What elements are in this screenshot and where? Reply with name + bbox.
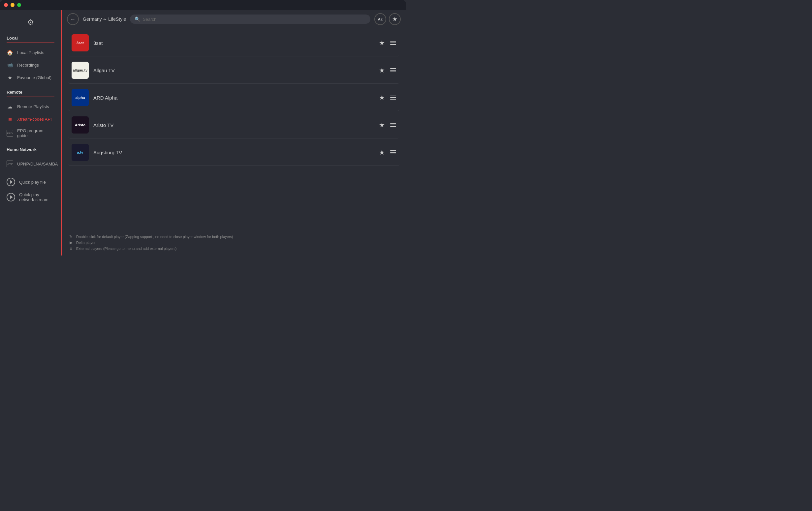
favourites-button[interactable]: ★: [389, 13, 401, 25]
channel-actions-allgau-tv: ★: [379, 66, 396, 74]
search-icon: 🔍: [135, 17, 140, 22]
play-stream-icon: [7, 193, 15, 202]
channel-menu-aristo-tv[interactable]: [390, 123, 396, 127]
sidebar-item-favourites[interactable]: ★ Favourite (Global): [0, 71, 61, 84]
hint-text-2: External players (Please go to menu and …: [76, 247, 177, 250]
hint-text-1: Delta player: [76, 241, 96, 245]
sidebar-label-epg: EPG program guide: [17, 128, 54, 138]
section-local-label: Local: [0, 33, 61, 42]
channel-logo-aristo-tv: Aristò: [71, 116, 89, 133]
channel-actions-augsburg-tv: ★: [379, 148, 396, 156]
channel-item-aristo-tv[interactable]: Aristò Aristo TV ★: [68, 112, 399, 139]
titlebar: [0, 0, 406, 10]
section-homenet-label: Home Network: [0, 144, 61, 153]
back-arrow-icon: ←: [70, 16, 76, 22]
settings-icon[interactable]: ⚙: [27, 18, 34, 27]
channel-item-augsburg-tv[interactable]: a.tv Augsburg TV ★: [68, 139, 399, 166]
sidebar-item-remote-playlists[interactable]: ☁ Remote Playlists: [0, 100, 61, 113]
channel-star-augsburg-tv[interactable]: ★: [379, 148, 385, 156]
channel-star-ard-alpha[interactable]: ★: [379, 94, 385, 101]
hint-icon-0: 🖱: [68, 234, 74, 239]
sidebar-label-xtream: Xtream-codes API: [17, 117, 52, 122]
sidebar-label-quick-play-stream: Quick play network stream: [19, 192, 54, 202]
topbar: ← Germany ➛ LifeStyle 🔍 AZ ★: [62, 10, 406, 28]
hint-row-1: ▶ Delta player: [68, 240, 399, 245]
channel-item-ard-alpha[interactable]: alpha ARD Alpha ★: [68, 84, 399, 111]
xtream-icon: ▦: [7, 116, 13, 122]
footer-hints: 🖱 Double click for default player (Zappi…: [62, 231, 406, 256]
search-bar[interactable]: 🔍: [130, 14, 370, 24]
channel-logo-3sat: 3sat: [71, 34, 89, 52]
channel-name-ard-alpha: ARD Alpha: [93, 95, 379, 100]
sidebar-item-quick-play-file[interactable]: Quick play file: [0, 175, 61, 189]
channel-menu-3sat[interactable]: [390, 41, 396, 45]
sidebar-label-upnp: UPNP/DLNA/SAMBA: [17, 161, 58, 167]
hint-row-2: ≡ External players (Please go to menu an…: [68, 246, 399, 251]
breadcrumb: Germany ➛ LifeStyle: [83, 17, 126, 22]
sidebar: ⚙ Local 🏠 Local Playlists 📹 Recordings ★…: [0, 10, 61, 256]
section-homenet-divider: [7, 154, 54, 154]
cloud-icon: ☁: [7, 103, 13, 110]
search-input[interactable]: [143, 17, 366, 22]
hint-row-0: 🖱 Double click for default player (Zappi…: [68, 234, 399, 239]
hint-text-0: Double click for default player (Zapping…: [76, 235, 233, 239]
upnp-icon: UPNP: [7, 160, 13, 167]
back-button[interactable]: ←: [67, 13, 79, 25]
channel-actions-aristo-tv: ★: [379, 121, 396, 129]
recordings-icon: 📹: [7, 62, 13, 68]
channel-star-3sat[interactable]: ★: [379, 39, 385, 47]
sidebar-item-recordings[interactable]: 📹 Recordings: [0, 59, 61, 71]
star-icon: ★: [7, 74, 13, 81]
sidebar-label-remote-playlists: Remote Playlists: [17, 104, 49, 109]
channel-logo-ard-alpha: alpha: [71, 89, 89, 106]
channel-item-allgau-tv[interactable]: allgäu.tv Allgau TV ★: [68, 57, 399, 84]
sidebar-item-upnp[interactable]: UPNP UPNP/DLNA/SAMBA: [0, 158, 61, 170]
section-local-divider: [7, 42, 54, 43]
sidebar-item-epg[interactable]: EPG EPG program guide: [0, 125, 61, 141]
channel-list: 3sat 3sat ★ allgäu.tv Allgau TV ★ alpha …: [62, 28, 406, 231]
sidebar-item-xtream[interactable]: ▦ Xtream-codes API: [0, 113, 61, 125]
maximize-button[interactable]: [17, 3, 21, 7]
app-body: ⚙ Local 🏠 Local Playlists 📹 Recordings ★…: [0, 10, 406, 256]
channel-name-3sat: 3sat: [93, 40, 379, 46]
hint-icon-2: ≡: [68, 246, 74, 251]
sidebar-item-quick-play-stream[interactable]: Quick play network stream: [0, 189, 61, 205]
main-content: ← Germany ➛ LifeStyle 🔍 AZ ★ 3sat 3sat ★: [62, 10, 406, 256]
channel-name-allgau-tv: Allgau TV: [93, 68, 379, 73]
channel-star-aristo-tv[interactable]: ★: [379, 121, 385, 129]
channel-star-allgau-tv[interactable]: ★: [379, 66, 385, 74]
channel-menu-augsburg-tv[interactable]: [390, 150, 396, 154]
az-sort-button[interactable]: AZ: [374, 13, 386, 25]
channel-logo-allgau-tv: allgäu.tv: [71, 62, 89, 79]
sidebar-label-quick-play-file: Quick play file: [19, 180, 46, 185]
sidebar-label-favourites: Favourite (Global): [17, 75, 52, 80]
sidebar-item-local-playlists[interactable]: 🏠 Local Playlists: [0, 46, 61, 59]
hint-icon-1: ▶: [68, 240, 74, 245]
channel-name-augsburg-tv: Augsburg TV: [93, 150, 379, 155]
top-actions: AZ ★: [374, 13, 401, 25]
sidebar-label-recordings: Recordings: [17, 63, 39, 68]
channel-actions-3sat: ★: [379, 39, 396, 47]
home-icon: 🏠: [7, 49, 13, 56]
close-button[interactable]: [4, 3, 8, 7]
section-remote-divider: [7, 97, 54, 97]
channel-logo-augsburg-tv: a.tv: [71, 144, 89, 161]
epg-icon: EPG: [7, 130, 13, 137]
section-remote-label: Remote: [0, 87, 61, 96]
channel-item-3sat[interactable]: 3sat 3sat ★: [68, 30, 399, 56]
sidebar-label-local-playlists: Local Playlists: [17, 50, 44, 55]
channel-actions-ard-alpha: ★: [379, 94, 396, 101]
minimize-button[interactable]: [10, 3, 14, 7]
channel-menu-ard-alpha[interactable]: [390, 96, 396, 99]
channel-menu-allgau-tv[interactable]: [390, 68, 396, 72]
channel-name-aristo-tv: Aristo TV: [93, 122, 379, 128]
play-file-icon: [7, 178, 15, 186]
